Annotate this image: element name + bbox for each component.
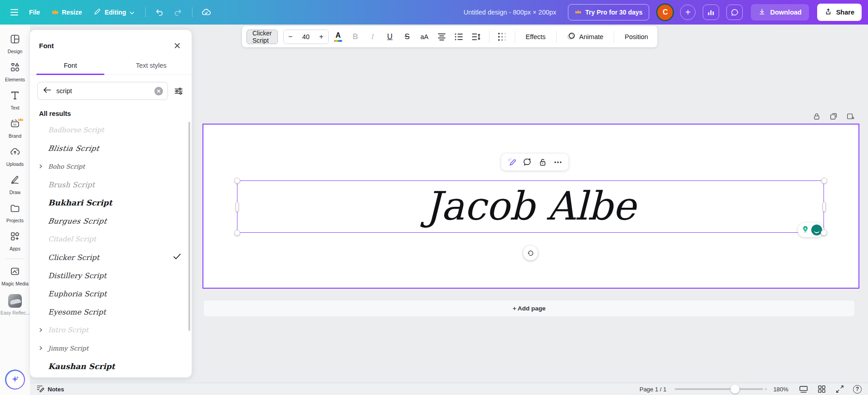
- resize-handle-top-left[interactable]: [234, 178, 240, 184]
- add-page-icon[interactable]: [845, 111, 855, 121]
- canvas-text[interactable]: Jacob Albe: [425, 183, 636, 229]
- pencil-icon: [94, 8, 101, 17]
- grid-view-icon[interactable]: [817, 384, 827, 394]
- bold-button[interactable]: B: [348, 29, 363, 45]
- sidebar-item-text[interactable]: Text: [1, 86, 29, 115]
- resize-handle-left[interactable]: [236, 202, 239, 212]
- sidebar-item-elements[interactable]: Elements: [1, 58, 29, 86]
- sidebar-item-draw[interactable]: Draw: [1, 171, 29, 199]
- font-list-item[interactable]: Burgues Script: [30, 212, 192, 230]
- insights-button[interactable]: [703, 5, 719, 20]
- duplicate-page-icon[interactable]: [829, 111, 838, 121]
- fullscreen-icon[interactable]: [835, 384, 845, 394]
- font-list-item[interactable]: Eyesome Script: [30, 303, 192, 321]
- comment-add-icon[interactable]: [520, 155, 534, 169]
- design-title[interactable]: Untitled design - 800px × 200px: [464, 9, 556, 16]
- avatar[interactable]: C: [657, 5, 673, 20]
- chevron-right-icon[interactable]: [35, 164, 45, 169]
- rotate-handle[interactable]: [523, 245, 538, 260]
- undo-button[interactable]: [152, 5, 168, 20]
- resize-handle-right[interactable]: [823, 202, 826, 212]
- transparency-button[interactable]: [494, 29, 510, 45]
- share-button[interactable]: Share: [817, 4, 862, 21]
- file-menu-button[interactable]: File: [25, 5, 44, 20]
- font-filter-icon[interactable]: [172, 84, 185, 98]
- pages-view-icon[interactable]: [799, 384, 809, 394]
- resize-button[interactable]: Resize: [47, 5, 86, 20]
- zoom-slider-thumb[interactable]: [730, 385, 740, 394]
- alignment-button[interactable]: [434, 29, 449, 45]
- editing-mode-button[interactable]: Editing: [89, 4, 138, 20]
- sidebar-item-design[interactable]: Design: [1, 30, 29, 58]
- page-indicator: Page 1 / 1: [640, 386, 666, 393]
- crown-icon: [52, 9, 59, 16]
- try-pro-button[interactable]: Try Pro for 30 days: [568, 4, 649, 20]
- decrease-font-size-button[interactable]: −: [284, 33, 297, 41]
- sidebar-item-brand[interactable]: co Brand: [1, 115, 29, 143]
- chevron-right-icon[interactable]: [35, 327, 45, 333]
- font-list-item[interactable]: Kaushan Script: [30, 357, 192, 375]
- notes-button[interactable]: Notes: [36, 385, 64, 394]
- text-case-button[interactable]: aA: [417, 29, 432, 45]
- back-arrow-icon[interactable]: [43, 86, 52, 95]
- animate-button[interactable]: Animate: [562, 32, 609, 42]
- font-list-item[interactable]: Clicker Script: [30, 248, 192, 266]
- position-button[interactable]: Position: [619, 33, 654, 40]
- sidebar-item-easy-reflections[interactable]: Easy Reflec...: [1, 290, 29, 320]
- lock-icon[interactable]: [536, 155, 549, 169]
- clear-search-icon[interactable]: [154, 87, 163, 95]
- font-list-item[interactable]: Boho Script: [30, 157, 192, 175]
- text-color-button[interactable]: A: [330, 29, 346, 45]
- magic-write-icon[interactable]: [505, 155, 518, 169]
- font-list-item[interactable]: Bukhari Script: [30, 194, 192, 212]
- main-menu-button[interactable]: [6, 5, 22, 20]
- close-icon[interactable]: [171, 39, 183, 52]
- sidebar-label: Brand: [9, 133, 21, 139]
- help-icon[interactable]: ?: [853, 385, 862, 394]
- list-button[interactable]: [451, 29, 467, 45]
- spacing-button[interactable]: [469, 29, 484, 45]
- redo-button[interactable]: [170, 5, 186, 20]
- writing-assistant-pill[interactable]: [798, 223, 824, 237]
- font-list-item[interactable]: Intro Script: [30, 321, 192, 339]
- scrollbar[interactable]: [188, 122, 190, 331]
- add-member-button[interactable]: +: [680, 5, 695, 20]
- text-element-selection[interactable]: Jacob Albe: [237, 180, 824, 233]
- lock-page-icon[interactable]: [812, 111, 822, 121]
- font-search-input[interactable]: [56, 87, 150, 95]
- font-list-item[interactable]: Euphoria Script: [30, 285, 192, 303]
- underline-button[interactable]: U: [382, 29, 398, 45]
- zoom-slider[interactable]: [675, 388, 763, 390]
- tab-font[interactable]: Font: [30, 57, 111, 75]
- resize-handle-bottom-left[interactable]: [234, 230, 240, 236]
- chevron-right-icon[interactable]: [35, 345, 45, 351]
- download-button[interactable]: Download: [751, 4, 809, 20]
- font-list-item[interactable]: Badhorse Script: [30, 121, 192, 139]
- sidebar-item-apps[interactable]: Apps: [1, 227, 29, 255]
- suggestion-lightbulb-icon: [801, 225, 809, 235]
- more-options-icon[interactable]: [551, 155, 565, 169]
- ai-assistant-button[interactable]: [5, 370, 25, 390]
- italic-button[interactable]: I: [365, 29, 380, 45]
- font-list-item[interactable]: Citadel Script: [30, 230, 192, 248]
- increase-font-size-button[interactable]: +: [315, 33, 328, 41]
- sidebar-item-uploads[interactable]: Uploads: [1, 143, 29, 171]
- resize-handle-bottom-right[interactable]: [821, 230, 827, 236]
- resize-handle-top-right[interactable]: [821, 178, 827, 184]
- font-list-item[interactable]: Distillery Script: [30, 266, 192, 285]
- statusbar-right: Page 1 / 1 180% ?: [640, 384, 862, 394]
- comments-button[interactable]: [726, 5, 743, 20]
- font-size-value[interactable]: 40: [297, 33, 315, 40]
- font-list-item[interactable]: Jimmy Script: [30, 339, 192, 357]
- font-list-item[interactable]: Blistia Script: [30, 139, 192, 157]
- add-page-button[interactable]: + Add page: [204, 300, 854, 316]
- cloud-save-status-icon[interactable]: [199, 5, 214, 20]
- font-name: Brush Script: [48, 180, 182, 189]
- sidebar-item-projects[interactable]: Projects: [1, 199, 29, 227]
- font-list-item[interactable]: Brush Script: [30, 175, 192, 194]
- tab-text-styles[interactable]: Text styles: [111, 57, 192, 75]
- strikethrough-button[interactable]: S: [399, 29, 415, 45]
- font-family-button[interactable]: Clicker Script: [247, 30, 278, 44]
- sidebar-item-magic-media[interactable]: Magic Media: [1, 262, 29, 290]
- effects-button[interactable]: Effects: [520, 33, 551, 40]
